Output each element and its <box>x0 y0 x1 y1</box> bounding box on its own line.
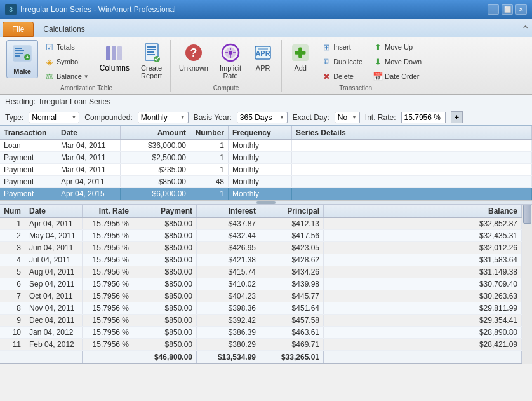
amort-td-payment-7: $850.00 <box>133 302 197 314</box>
amort-row-0[interactable]: 1 Apr 04, 2011 15.7956 % $850.00 $437.87… <box>0 218 522 230</box>
exact-day-value: No <box>338 113 347 122</box>
exact-day-dropdown-arrow: ▼ <box>349 114 357 120</box>
amort-row-6[interactable]: 7 Oct 04, 2011 15.7956 % $850.00 $404.23… <box>0 290 522 302</box>
amort-scrollbar-thumb <box>523 205 531 224</box>
amort-td-balance-6: $30,263.63 <box>324 290 522 302</box>
add-button[interactable]: Add <box>286 40 315 74</box>
amort-row-8[interactable]: 9 Dec 04, 2011 15.7956 % $850.00 $392.42… <box>0 315 522 327</box>
delete-button[interactable]: ✖ Delete <box>317 69 366 83</box>
implicit-rate-icon <box>220 43 241 63</box>
balance-button[interactable]: ⚖ Balance ▼ <box>41 69 93 83</box>
amort-td-rate-2: 15.7956 % <box>83 242 133 254</box>
tab-file[interactable]: File <box>3 22 34 37</box>
symbol-button[interactable]: ◈ Symbol <box>41 55 93 69</box>
td-amount-1: $2,500.00 <box>121 152 190 163</box>
amort-td-num-0: 1 <box>0 218 25 229</box>
minimize-button[interactable]: — <box>488 4 499 15</box>
amort-td-principal-10: $469.71 <box>260 339 324 350</box>
amort-td-payment-6: $850.00 <box>133 290 197 302</box>
totals-num <box>0 351 25 363</box>
amort-th-payment: Payment <box>133 205 197 217</box>
compounded-dropdown[interactable]: Monthly ▼ <box>138 112 189 123</box>
amort-td-date-3: Jul 04, 2011 <box>25 254 83 266</box>
maximize-button[interactable]: ⬜ <box>502 4 513 15</box>
td-number-3: 48 <box>190 176 229 187</box>
amort-row-7[interactable]: 8 Nov 04, 2011 15.7956 % $850.00 $398.36… <box>0 302 522 315</box>
td-frequency-3: Monthly <box>229 176 292 187</box>
amort-scrollbar[interactable] <box>522 205 532 364</box>
app-icon: 3 <box>5 4 17 15</box>
amort-td-interest-3: $421.38 <box>197 254 260 266</box>
amort-body: 1 Apr 04, 2011 15.7956 % $850.00 $437.87… <box>0 218 522 351</box>
amort-td-principal-3: $428.62 <box>260 254 324 266</box>
exact-day-dropdown[interactable]: No ▼ <box>335 112 360 123</box>
amort-td-balance-9: $28,890.80 <box>324 327 522 338</box>
amort-row-10[interactable]: 11 Feb 04, 2012 15.7956 % $850.00 $380.2… <box>0 339 522 351</box>
move-down-button[interactable]: ⬇ Move Down <box>369 55 425 69</box>
type-dropdown[interactable]: Normal ▼ <box>29 112 79 123</box>
implicit-rate-button[interactable]: ImplicitRate <box>215 40 246 82</box>
amort-td-principal-1: $417.56 <box>260 230 324 241</box>
int-rate-field[interactable]: 15.7956 % <box>401 112 446 123</box>
td-date-4: Apr 04, 2015 <box>57 188 121 200</box>
amort-row-9[interactable]: 10 Jan 04, 2012 15.7956 % $850.00 $386.3… <box>0 327 522 339</box>
ribbon-group-compute: ? Unknown ImplicitRat <box>172 40 282 92</box>
amort-td-date-5: Sep 04, 2011 <box>25 278 83 290</box>
amort-td-interest-9: $386.39 <box>197 327 260 338</box>
int-rate-add-button[interactable]: + <box>451 111 463 123</box>
compounded-label: Compounded: <box>84 113 132 122</box>
amort-td-balance-3: $31,583.64 <box>324 254 522 266</box>
tab-calculations[interactable]: Calculations <box>34 22 94 37</box>
unknown-button[interactable]: ? Unknown <box>175 40 213 74</box>
amort-row-3[interactable]: 4 Jul 04, 2011 15.7956 % $850.00 $421.38… <box>0 254 522 266</box>
amortization-section: Num Date Int. Rate Payment Interest Prin… <box>0 205 532 401</box>
amort-td-date-8: Dec 04, 2011 <box>25 315 83 326</box>
insert-button[interactable]: ⊞ Insert <box>317 40 366 54</box>
basis-year-dropdown[interactable]: 365 Days ▼ <box>237 112 288 123</box>
ribbon-group-content-transaction: Add ⊞ Insert ⧉ Duplicate ✖ Delete <box>286 40 425 83</box>
transaction-row-0[interactable]: Loan Mar 04, 2011 $36,000.00 1 Monthly <box>0 140 532 152</box>
duplicate-button[interactable]: ⧉ Duplicate <box>317 55 366 69</box>
amort-td-principal-5: $439.98 <box>260 278 324 290</box>
transaction-row-2[interactable]: Payment Mar 04, 2011 $235.00 1 Monthly <box>0 164 532 176</box>
heading-label: Heading: <box>5 97 36 106</box>
svg-text:?: ? <box>190 46 197 59</box>
td-date-2: Mar 04, 2011 <box>57 164 121 175</box>
totals-rate <box>83 351 133 363</box>
svg-rect-14 <box>147 51 154 53</box>
amort-td-interest-0: $437.87 <box>197 218 260 229</box>
amort-td-date-1: May 04, 2011 <box>25 230 83 241</box>
amort-row-1[interactable]: 2 May 04, 2011 15.7956 % $850.00 $432.44… <box>0 230 522 242</box>
th-frequency: Frequency <box>229 126 292 139</box>
apr-button[interactable]: APR APR <box>248 40 277 74</box>
transaction-row-4[interactable]: Payment Apr 04, 2015 $6,000.00 1 Monthly <box>0 188 532 200</box>
date-order-button[interactable]: 📅 Date Order <box>369 69 425 83</box>
delete-label: Delete <box>333 72 354 80</box>
totals-button[interactable]: ☑ Totals <box>41 40 93 54</box>
td-frequency-4: Monthly <box>229 188 292 200</box>
ribbon-group-amortization: Make ☑ Totals ◈ Symbol ⚖ Balance <box>4 40 171 92</box>
amort-td-balance-2: $32,012.26 <box>324 242 522 254</box>
amort-row-4[interactable]: 5 Aug 04, 2011 15.7956 % $850.00 $415.74… <box>0 266 522 278</box>
move-up-button[interactable]: ⬆ Move Up <box>369 40 425 54</box>
amort-td-principal-8: $457.58 <box>260 315 324 326</box>
amort-row-2[interactable]: 3 Jun 04, 2011 15.7956 % $850.00 $426.95… <box>0 242 522 254</box>
transaction-row-1[interactable]: Payment Mar 04, 2011 $2,500.00 1 Monthly <box>0 152 532 164</box>
create-report-button[interactable]: CreateReport <box>136 40 166 82</box>
make-button[interactable]: Make <box>6 40 38 78</box>
amort-td-num-7: 8 <box>0 302 25 314</box>
ribbon-collapse-btn[interactable]: ⌃ <box>521 24 529 36</box>
th-transaction: Transaction <box>0 126 57 139</box>
columns-label: Columns <box>100 64 130 72</box>
heading-row: Heading: Irregular Loan Series <box>0 95 532 109</box>
svg-rect-9 <box>112 46 116 60</box>
amort-row-5[interactable]: 6 Sep 04, 2011 15.7956 % $850.00 $410.02… <box>0 278 522 290</box>
close-button[interactable]: ✕ <box>515 4 527 15</box>
td-transaction-1: Payment <box>0 152 57 163</box>
transaction-row-3[interactable]: Payment Apr 04, 2011 $850.00 48 Monthly <box>0 176 532 188</box>
amort-td-balance-7: $29,811.99 <box>324 302 522 314</box>
td-amount-4: $6,000.00 <box>121 188 190 200</box>
amort-td-principal-4: $434.26 <box>260 266 324 278</box>
columns-button[interactable]: Columns <box>95 40 134 76</box>
amort-td-date-10: Feb 04, 2012 <box>25 339 83 350</box>
